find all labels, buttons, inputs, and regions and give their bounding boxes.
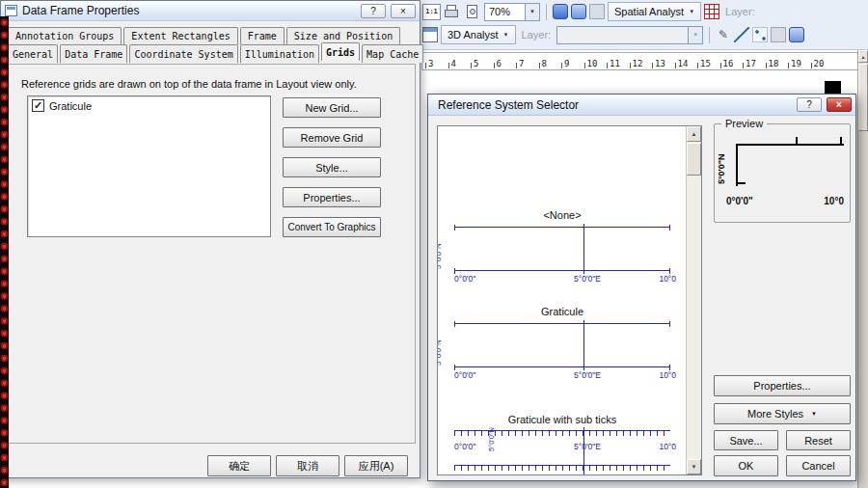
grid-line bbox=[454, 227, 670, 228]
ok-button[interactable]: OK bbox=[714, 455, 778, 476]
main-toolbar-area: 1:1 70% ▼ Spatial Analyst ▼ Layer: 3D An… bbox=[420, 0, 868, 50]
new-grid-button[interactable]: New Grid... bbox=[283, 97, 381, 118]
preview-label: Preview bbox=[721, 118, 767, 129]
spatial-analyst-label: Spatial Analyst bbox=[614, 6, 684, 17]
dfp-title: Data Frame Properties bbox=[22, 4, 356, 17]
close-button[interactable]: × bbox=[827, 97, 852, 112]
vertical-scrollbar[interactable]: ▲ bbox=[857, 50, 868, 488]
grid-preview-none[interactable]: 5°0'0"N 0°0'0" 5°0'0"E 10°0 bbox=[454, 227, 670, 271]
remove-grid-button[interactable]: Remove Grid bbox=[283, 127, 381, 148]
grid-line bbox=[583, 320, 584, 370]
printer-icon[interactable] bbox=[444, 4, 461, 20]
chevron-down-icon: ▼ bbox=[689, 9, 694, 14]
horizontal-ruler: 3 4 5 6 7 8 9 10 11 12 13 14 15 16 17 18… bbox=[421, 52, 857, 70]
chevron-down-icon: ▼ bbox=[811, 411, 817, 417]
tab-general[interactable]: General bbox=[8, 44, 58, 63]
reference-system-list[interactable]: <None> 5°0'0"N 0°0'0" 5°0'0"E 10°0 Grati… bbox=[437, 125, 702, 475]
cancel-button[interactable]: 取消 bbox=[276, 455, 339, 476]
layer-combobox-disabled: ▼ bbox=[556, 26, 703, 44]
list-item-graticule-sub-ticks[interactable]: Graticule with sub ticks bbox=[438, 414, 687, 425]
list-scrollbar[interactable]: ▲ ▼ bbox=[686, 126, 701, 474]
grid-line bbox=[454, 323, 670, 324]
more-styles-button[interactable]: More Styles ▼ bbox=[714, 403, 851, 424]
raster-grid-icon[interactable] bbox=[704, 4, 719, 19]
style-button[interactable]: Style... bbox=[283, 157, 381, 177]
spatial-analyst-dropdown[interactable]: Spatial Analyst ▼ bbox=[608, 2, 701, 21]
reference-system-selector-dialog: Reference System Selector ? × <None> 5°0… bbox=[427, 94, 856, 481]
close-button[interactable]: × bbox=[391, 4, 416, 18]
convert-to-graphics-button[interactable]: Convert To Graphics bbox=[283, 217, 381, 237]
scene-icon[interactable] bbox=[422, 27, 438, 42]
focus-data-frame-icon[interactable] bbox=[571, 4, 586, 19]
graticule-label: Graticule bbox=[49, 100, 92, 112]
list-item-graticule[interactable]: ✓ Graticule bbox=[28, 96, 270, 115]
data-frame-properties-dialog: Data Frame Properties ? × Annotation Gro… bbox=[0, 0, 420, 478]
scroll-up-icon[interactable]: ▲ bbox=[687, 126, 701, 142]
layout-toolbar: 1:1 70% ▼ Spatial Analyst ▼ Layer: bbox=[422, 2, 758, 21]
tab-map-cache[interactable]: Map Cache bbox=[362, 44, 423, 63]
toggle-draft-mode-icon[interactable] bbox=[553, 4, 568, 19]
zoom-100-icon[interactable]: 1:1 bbox=[422, 4, 441, 20]
grid-line bbox=[454, 366, 670, 367]
preview-tick bbox=[738, 182, 746, 184]
preview-tick bbox=[840, 137, 842, 145]
grid-line bbox=[454, 270, 670, 271]
preview-grid-line bbox=[736, 144, 738, 186]
chevron-down-icon: ▼ bbox=[503, 32, 509, 38]
tab-illumination[interactable]: Illumination bbox=[240, 44, 319, 63]
grid-line bbox=[583, 224, 584, 274]
rss-title: Reference System Selector bbox=[432, 98, 792, 112]
help-button[interactable]: ? bbox=[361, 4, 386, 18]
preview-tick bbox=[796, 137, 798, 145]
vertices-tool-icon[interactable] bbox=[752, 27, 768, 42]
left-edge-pattern bbox=[0, 16, 9, 488]
line-tool-icon[interactable] bbox=[734, 27, 749, 42]
3d-analyst-label: 3D Analyst bbox=[448, 29, 499, 41]
3d-analyst-dropdown[interactable]: 3D Analyst ▼ bbox=[441, 25, 516, 44]
preview-groupbox: Preview 5°0'0"N 0°0'0" 10°0 bbox=[714, 123, 851, 223]
scrollbar-thumb[interactable] bbox=[858, 64, 868, 131]
grids-description: Reference grids are drawn on top of the … bbox=[21, 78, 357, 90]
reset-button[interactable]: Reset bbox=[786, 430, 851, 450]
tab-data-frame[interactable]: Data Frame bbox=[60, 44, 127, 63]
properties-button[interactable]: Properties... bbox=[714, 375, 851, 396]
rss-titlebar[interactable]: Reference System Selector ? × bbox=[428, 95, 855, 116]
interpolate-tool-icon[interactable] bbox=[789, 27, 804, 42]
tab-frame[interactable]: Frame bbox=[240, 27, 285, 44]
layer-label: Layer: bbox=[519, 29, 555, 41]
3d-analyst-toolbar: 3D Analyst ▼ Layer: ▼ ✎ bbox=[422, 25, 804, 44]
toolbar-separator bbox=[709, 27, 710, 43]
scroll-up-icon[interactable]: ▲ bbox=[858, 50, 868, 63]
cancel-button[interactable]: Cancel bbox=[786, 455, 851, 476]
grid-preview-graticule[interactable]: 5°0'0"N 0°0'0" 5°0'0"E 10°0 bbox=[454, 323, 670, 367]
zoom-combobox[interactable]: 70% ▼ bbox=[484, 3, 540, 21]
dfp-tab-control: Annotation Groups Extent Rectangles Fram… bbox=[8, 27, 416, 63]
list-item-graticule[interactable]: Graticule bbox=[438, 306, 687, 317]
help-button[interactable]: ? bbox=[797, 97, 822, 112]
grid-tick-line bbox=[454, 465, 670, 471]
dfp-titlebar[interactable]: Data Frame Properties ? × bbox=[1, 1, 420, 21]
pencil-icon[interactable]: ✎ bbox=[716, 27, 731, 42]
zoom-whole-page-icon[interactable] bbox=[464, 4, 481, 20]
save-button[interactable]: Save... bbox=[714, 430, 778, 450]
tab-grids[interactable]: Grids bbox=[321, 42, 360, 61]
grid-preview-sub-ticks[interactable]: 5°0'0"N 0°0'0" 5°0'0"E 10°0 bbox=[454, 430, 670, 475]
chevron-down-icon[interactable]: ▼ bbox=[525, 4, 539, 20]
scroll-down-icon[interactable]: ▼ bbox=[687, 459, 701, 474]
toolbar-separator bbox=[546, 4, 547, 20]
list-item-none[interactable]: <None> bbox=[438, 209, 687, 221]
grids-list[interactable]: ✓ Graticule bbox=[27, 95, 271, 237]
scrollbar-thumb[interactable] bbox=[687, 143, 701, 176]
tab-annotation-groups[interactable]: Annotation Groups bbox=[8, 27, 122, 44]
tab-coordinate-system[interactable]: Coordinate System bbox=[129, 44, 237, 63]
chevron-down-icon: ▼ bbox=[688, 27, 702, 43]
ok-button[interactable]: 确定 bbox=[207, 455, 271, 476]
zoom-value: 70% bbox=[485, 6, 525, 17]
apply-button[interactable]: 应用(A) bbox=[344, 455, 408, 476]
graticule-checkbox[interactable]: ✓ bbox=[32, 99, 44, 112]
preview-grid-line bbox=[736, 144, 844, 146]
change-layout-icon[interactable] bbox=[589, 4, 605, 19]
properties-button[interactable]: Properties... bbox=[283, 187, 381, 207]
tab-extent-rectangles[interactable]: Extent Rectangles bbox=[123, 27, 237, 44]
surface-tool-icon[interactable] bbox=[771, 27, 786, 42]
